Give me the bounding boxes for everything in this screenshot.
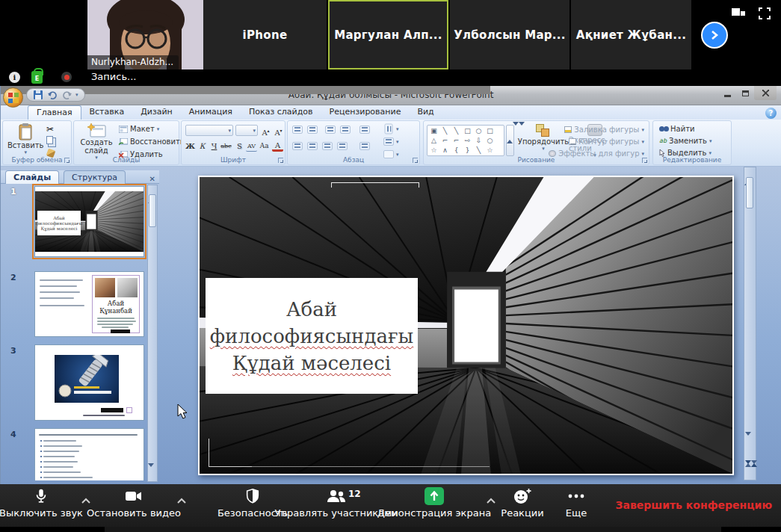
change-case-button[interactable]: Аа [259,140,270,152]
reactions-button[interactable]: Реакции [499,487,546,519]
slide-thumbnail-4[interactable] [34,428,144,480]
line-spacing-button[interactable] [359,126,370,134]
next-slide-button[interactable] [745,464,757,478]
underline-button[interactable]: Ч [209,140,220,152]
numbering-button[interactable] [307,126,318,134]
next-participants-button[interactable] [701,22,728,49]
shape-scribble-icon[interactable]: ╲ [473,146,484,155]
manage-participants-button[interactable]: Управлять участниками 12 [284,487,389,519]
shape-rect-icon[interactable]: □ [462,126,473,136]
scroll-down-icon[interactable] [745,436,751,450]
text-direction-button[interactable]: ▾ [383,125,399,133]
cut-icon[interactable]: ✂ [46,124,54,134]
meeting-info-icon[interactable]: i [9,72,20,83]
slide-title-textbox[interactable]: Абай философиясындағы Құдай мәселесі [206,278,418,394]
shape-arrow-right-icon[interactable]: ⇨ [462,136,473,146]
tab-vid[interactable]: Вид [409,105,442,120]
participant-tile-1[interactable]: iPhone [203,0,327,69]
more-button[interactable]: Еще [555,487,598,519]
share-options-chevron[interactable] [486,498,496,504]
paragraph-dialog-launcher[interactable] [413,158,418,163]
slide-thumbnail-3[interactable] [34,344,144,421]
tab-animatsiya[interactable]: Анимация [181,105,241,120]
fullscreen-icon[interactable] [757,7,772,20]
tab-vstavka[interactable]: Вставка [81,105,133,120]
office-button[interactable] [3,87,23,108]
panel-tab-slides[interactable]: Слайды [5,170,59,184]
slide-thumbnail-1[interactable]: Абай философиясындағы Құдай мәселесі [34,186,144,257]
tab-pokaz-slaidov[interactable]: Показ слайдов [241,105,321,120]
shape-oval-icon[interactable]: ○ [473,126,484,136]
align-text-button[interactable]: ▾ [383,137,399,146]
qat-customize-dropdown[interactable]: ▾ [75,92,78,98]
mute-options-chevron[interactable] [81,498,91,504]
drawing-dialog-launcher[interactable] [642,158,647,163]
arrange-button[interactable]: Упорядочить▾ [519,124,567,152]
copy-icon[interactable] [46,136,53,144]
shape-textbox-icon[interactable]: ▣ [428,126,439,136]
editor-scrollbar[interactable] [744,167,756,480]
panel-scrollbar-thumb[interactable] [149,194,156,227]
bold-button[interactable]: Ж [185,140,196,152]
shape-rounded-rect-icon[interactable]: □ [484,126,496,136]
shape-star-icon[interactable]: ☆ [484,146,496,155]
shape-arrow-down-icon[interactable]: ⇩ [473,136,484,146]
shapes-scroll[interactable] [506,125,514,156]
decrease-indent-button[interactable] [325,126,336,134]
shape-outline-row[interactable]: Контур фигуры▾ [569,137,644,146]
shape-elbow2-icon[interactable]: ⌐ [451,136,462,146]
slide-thumbnail-2[interactable]: Абай Құнанбай [34,271,144,337]
tab-dizain[interactable]: Дизайн [132,105,181,120]
close-button[interactable] [754,86,777,100]
participant-tile-2-active-speaker[interactable]: Маргулан Алп... [328,0,448,69]
save-button[interactable] [33,90,43,100]
video-options-chevron[interactable] [176,498,187,504]
panel-scrollbar[interactable] [147,185,158,482]
layout-button[interactable]: Макет▾ [119,125,159,133]
shape-curve-icon[interactable]: ∧ [439,146,451,155]
shape-fill-row[interactable]: Заливка фигуры▾ [564,126,644,134]
new-slide-button[interactable]: Создать слайд▾ [77,123,116,161]
italic-button[interactable]: К [197,140,208,152]
stop-video-button[interactable]: Остановить видео [96,487,172,519]
align-center-button[interactable] [307,142,318,150]
share-screen-button[interactable]: Демонстрация экрана [387,487,481,519]
text-shadow-button[interactable]: S [234,140,245,152]
end-meeting-button[interactable]: Завершить конференцию [616,499,772,511]
restore-button[interactable] [737,86,753,100]
tab-retsenzirovanie[interactable]: Рецензирование [321,105,410,120]
participant-tile-3[interactable]: Улболсын Мар... [450,0,569,69]
shape-line-icon[interactable]: ╲ [439,126,451,136]
shape-percent-icon[interactable]: ☆ [428,146,439,155]
font-color-button[interactable]: А [272,140,283,152]
paste-button[interactable]: Вставить▾ [7,123,43,155]
shape-arrow-icon[interactable]: ╲ [451,126,462,136]
align-left-button[interactable] [292,142,303,150]
shape-cloud-icon[interactable]: ○ [484,136,496,146]
shape-brace-left-icon[interactable]: { [451,146,462,155]
shapes-gallery[interactable]: ▣╲╲□○□ △⌐⌐⇨⇩○ ☆∧{}╲☆ [427,125,504,156]
font-dialog-launcher[interactable] [278,158,283,163]
gallery-view-icon[interactable] [731,7,746,20]
recording-indicator-icon[interactable] [61,72,72,82]
replace-button[interactable]: ab Заменить▾ [659,137,712,145]
increase-indent-button[interactable] [340,126,351,134]
justify-button[interactable] [337,142,348,150]
mute-button[interactable]: Выключить звук [1,487,81,519]
font-size-combobox[interactable]: ▾ [235,125,258,136]
participant-tile-4[interactable]: Ақниет Жұбан... [571,0,691,69]
tab-glavnaya[interactable]: Главная [28,105,81,120]
panel-tab-outline[interactable]: Структура [64,170,126,184]
strikethrough-button[interactable]: abc [220,140,232,152]
font-name-combobox[interactable]: ▾ [185,125,233,136]
current-slide[interactable]: Абай философиясындағы Құдай мәселесі [198,176,734,475]
decrease-font-size-button[interactable]: A▾ [273,125,284,136]
increase-font-size-button[interactable]: A▴ [260,125,271,136]
clipboard-dialog-launcher[interactable] [64,158,70,163]
panel-close-icon[interactable]: ✕ [149,175,155,183]
shape-brace-right-icon[interactable]: } [462,146,473,155]
character-spacing-button[interactable]: AV [246,140,257,152]
bullets-button[interactable] [292,126,303,134]
shape-elbow-icon[interactable]: ⌐ [439,136,451,146]
shape-triangle-icon[interactable]: △ [428,136,439,146]
